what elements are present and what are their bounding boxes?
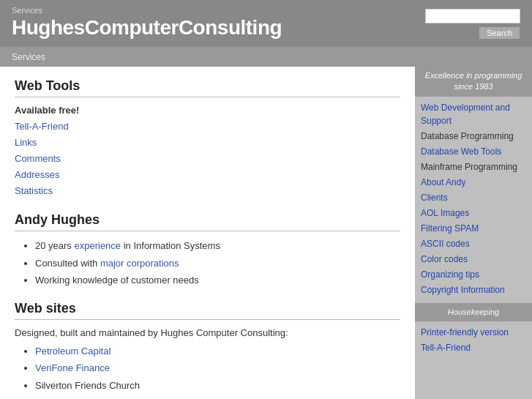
verifone-finance-link[interactable]: VeriFone Finance	[35, 362, 110, 373]
list-item: Comments	[15, 151, 400, 167]
header-left: Services HughesComputerConsulting	[12, 6, 282, 40]
links-link[interactable]: Links	[15, 135, 400, 151]
excellence-header: Excellence in programming since 1983	[415, 67, 532, 97]
list-item: Color codes	[421, 253, 526, 266]
navbar-label: Services	[12, 52, 45, 62]
list-item: Links	[15, 135, 400, 151]
list-item: Mainframe Programming	[421, 160, 526, 174]
filtering-spam-link[interactable]: Filtering SPAM	[421, 223, 479, 234]
websites-list: Petroleum Capital VeriFone Finance Silve…	[35, 344, 400, 399]
silverton-friends-church: Silverton Friends Church	[35, 380, 140, 391]
list-item: Database Web Tools	[421, 145, 526, 158]
list-item: Consulted with major corporations	[35, 256, 400, 271]
sidebar-nav-links: Web Development and Support Database Pro…	[415, 97, 532, 303]
list-item: VeriFone Finance	[35, 361, 400, 376]
database-web-tools-link[interactable]: Database Web Tools	[421, 146, 501, 157]
statistics-link[interactable]: Statistics	[15, 183, 400, 199]
list-item: Tell-A-Friend	[421, 341, 526, 354]
available-free-label: Available free!	[15, 105, 400, 116]
layout: Web Tools Available free! Tell-A-Friend …	[0, 67, 532, 399]
main-content: Web Tools Available free! Tell-A-Friend …	[0, 67, 415, 399]
clients-link[interactable]: Clients	[421, 193, 448, 203]
header-right: Search	[425, 9, 520, 40]
list-item: Working knowledge of customer needs	[35, 273, 400, 288]
housekeeping-links: Printer-friendly version Tell-A-Friend	[415, 321, 532, 361]
websites-section: Web sites Designed, built and maintained…	[15, 301, 400, 399]
list-item: Statistics	[15, 183, 400, 199]
comments-link[interactable]: Comments	[15, 151, 400, 167]
list-item: Silverton Christian School	[35, 395, 400, 399]
about-andy-link[interactable]: About Andy	[421, 177, 465, 187]
web-development-link[interactable]: Web Development and Support	[421, 102, 510, 126]
list-item: Clients	[421, 191, 526, 204]
site-title: HughesComputerConsulting	[12, 16, 282, 39]
list-item: Database Programming	[421, 130, 526, 143]
database-programming-text: Database Programming	[421, 131, 514, 141]
list-item: Copyright Information	[421, 283, 526, 297]
andy-bullet-list: 20 years experience in Information Syste…	[35, 239, 400, 288]
color-codes-link[interactable]: Color codes	[421, 254, 468, 264]
sidebar: Excellence in programming since 1983 Web…	[415, 67, 532, 399]
copyright-information-link[interactable]: Copyright Information	[421, 285, 505, 295]
navbar: Services	[0, 47, 532, 67]
list-item: Filtering SPAM	[421, 222, 526, 235]
mainframe-programming-text: Mainframe Programming	[421, 162, 517, 172]
webtools-title: Web Tools	[15, 78, 400, 97]
major-corporations-link[interactable]: major corporations	[100, 258, 179, 269]
petroleum-capital-link[interactable]: Petroleum Capital	[35, 346, 110, 357]
header-services-label: Services	[12, 6, 282, 15]
ascii-codes-link[interactable]: ASCII codes	[421, 239, 470, 249]
search-button[interactable]: Search	[479, 26, 520, 40]
list-item: Web Development and Support	[421, 101, 526, 127]
websites-description: Designed, built and maintained by Hughes…	[15, 327, 400, 338]
printer-friendly-link[interactable]: Printer-friendly version	[421, 327, 509, 338]
list-item: Petroleum Capital	[35, 344, 400, 359]
webtools-section: Web Tools Available free! Tell-A-Friend …	[15, 78, 400, 199]
aol-images-link[interactable]: AOL Images	[421, 208, 469, 218]
andy-title: Andy Hughes	[15, 212, 400, 231]
addresses-link[interactable]: Addresses	[15, 167, 400, 183]
list-item: 20 years experience in Information Syste…	[35, 239, 400, 253]
experience-link[interactable]: experience	[74, 240, 121, 251]
list-item: Printer-friendly version	[421, 326, 526, 339]
list-item: ASCII codes	[421, 237, 526, 250]
webtools-link-list: Tell-A-Friend Links Comments Addresses S…	[15, 119, 400, 199]
websites-title: Web sites	[15, 301, 400, 320]
tell-a-friend-link[interactable]: Tell-A-Friend	[15, 119, 400, 135]
list-item: Tell-A-Friend	[15, 119, 400, 135]
tell-a-friend-sidebar-link[interactable]: Tell-A-Friend	[421, 343, 471, 353]
search-input[interactable]	[425, 9, 520, 23]
housekeeping-header: Housekeeping	[415, 303, 532, 321]
header: Services HughesComputerConsulting Search	[0, 0, 532, 47]
andy-section: Andy Hughes 20 years experience in Infor…	[15, 212, 400, 288]
list-item: Silverton Friends Church	[35, 379, 400, 393]
list-item: Organizing tips	[421, 268, 526, 281]
organizing-tips-link[interactable]: Organizing tips	[421, 269, 479, 280]
list-item: AOL Images	[421, 206, 526, 220]
list-item: Addresses	[15, 167, 400, 183]
list-item: About Andy	[421, 176, 526, 189]
